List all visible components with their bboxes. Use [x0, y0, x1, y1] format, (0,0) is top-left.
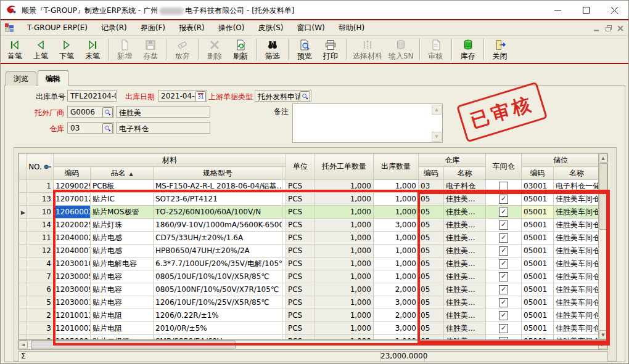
cell-spec[interactable]: SMB/SS56/5A/60V — [154, 335, 282, 341]
header-group-warehouse[interactable]: 仓库 — [419, 154, 486, 167]
cell-indicator[interactable] — [19, 322, 27, 335]
cell-order-qty[interactable]: 1,000 — [315, 257, 374, 270]
cell-spec[interactable]: SOT23-6/PT4121 — [154, 193, 282, 206]
cell-indicator[interactable] — [19, 180, 27, 193]
cell-workshop[interactable]: ✓ — [486, 232, 522, 245]
vertical-scroll-thumb[interactable] — [599, 163, 607, 230]
cell-pname[interactable]: 贴片电阻 — [91, 309, 154, 322]
workshop-checkbox[interactable]: ✓ — [499, 298, 508, 307]
cell-location-code[interactable]: 05001 — [522, 335, 554, 341]
workshop-checkbox[interactable]: ✓ — [499, 220, 508, 230]
cell-location-code[interactable]: 05001 — [522, 296, 554, 309]
cell-code[interactable]: 12030010 — [54, 257, 91, 270]
workshop-checkbox[interactable]: ✓ — [499, 233, 508, 243]
tab-browse[interactable]: 浏览 — [6, 71, 36, 86]
cell-warehouse-code[interactable]: 05 — [419, 283, 444, 296]
cell-warehouse-code[interactable]: 05 — [419, 322, 444, 335]
cell-location-name[interactable]: 佳胜美车间仓 — [554, 335, 600, 341]
workshop-checkbox[interactable]: ✓ — [499, 324, 508, 333]
menu-item-4[interactable]: 操作(O) — [212, 21, 252, 34]
cell-warehouse-code[interactable]: 05 — [419, 270, 444, 283]
header-code[interactable]: 编码 — [54, 167, 91, 180]
cell-unit[interactable]: PCS — [286, 270, 315, 283]
header-loc-code[interactable]: 编码 — [522, 167, 554, 180]
table-horizontal-scrollbar[interactable]: ◄ ► — [18, 340, 608, 350]
cell-indicator[interactable] — [19, 257, 27, 270]
cell-order-qty[interactable]: 1,000 — [315, 245, 374, 257]
cell-spec[interactable]: 1206/0.22R/±1% — [154, 309, 282, 322]
toolbar-button-first[interactable]: 首笔 — [2, 37, 28, 62]
table-row[interactable]: 1312070012贴片ICSOT23-6/PT4121PCS1,0001,00… — [19, 193, 600, 206]
cell-warehouse-code[interactable]: 05 — [419, 296, 444, 309]
remark-textarea[interactable]: ▲ ▼ — [292, 103, 443, 143]
cell-code[interactable]: 12030001 — [54, 296, 91, 309]
cell-pname[interactable]: 贴片二极管 — [91, 335, 154, 341]
cell-location-code[interactable]: 05001 — [522, 322, 554, 335]
horizontal-scroll-thumb[interactable] — [31, 341, 236, 349]
cell-order-qty[interactable]: 1,000 — [315, 232, 374, 245]
menu-item-5[interactable]: 皮肤(S) — [252, 21, 290, 34]
cell-location-code[interactable]: 05001 — [522, 206, 554, 219]
cell-no[interactable]: 10 — [27, 206, 54, 219]
out-date-field[interactable]: 2021-04-15 31 — [158, 90, 207, 102]
cell-unit[interactable]: PCS — [286, 219, 315, 232]
cell-warehouse-name[interactable]: 佳胜美... — [444, 322, 486, 335]
cell-location-name[interactable]: 佳胜美车间仓 — [554, 309, 600, 322]
cell-indicator[interactable]: ▶ — [19, 206, 27, 219]
table-row[interactable]: 312010002贴片电阻2010/0R/±5%PCS1,0003,00005佳… — [19, 322, 600, 335]
cell-warehouse-name[interactable]: 佳胜美... — [444, 193, 486, 206]
cell-pname[interactable]: 贴片MOS极管 — [91, 206, 154, 219]
cell-location-code[interactable]: 05001 — [522, 309, 554, 322]
cell-location-name[interactable]: 佳胜美车间仓 — [554, 232, 600, 245]
header-group-material[interactable]: 材料 — [54, 154, 286, 167]
cell-code[interactable]: 12010002 — [54, 322, 91, 335]
cell-code[interactable]: 12060003 — [54, 206, 91, 219]
cell-out-qty[interactable]: 1,000 — [374, 206, 419, 219]
cell-location-name[interactable]: 佳胜美车间仓 — [554, 206, 600, 219]
cell-workshop[interactable]: ✓ — [486, 219, 522, 232]
upstream-type-field[interactable]: 托外发料申请 — [255, 90, 311, 102]
cell-out-qty[interactable]: 3,000 — [374, 322, 419, 335]
cell-code[interactable]: 12030005 — [54, 270, 91, 283]
scroll-down-icon[interactable]: ▼ — [599, 330, 607, 339]
menu-item-7[interactable]: 帮助(H) — [332, 21, 371, 34]
cell-warehouse-code[interactable]: 05 — [419, 245, 444, 257]
header-pname[interactable]: 品名▲ — [91, 167, 154, 180]
scroll-right-icon[interactable]: ► — [598, 341, 607, 349]
cell-indicator[interactable] — [19, 232, 27, 245]
cell-order-qty[interactable]: 1,000 — [315, 335, 374, 341]
menu-item-1[interactable]: 记录(R) — [94, 21, 134, 34]
cell-no[interactable]: 7 — [27, 270, 54, 283]
cell-location-name[interactable]: 佳胜美车间仓 — [554, 270, 600, 283]
cell-code[interactable]: 12040007 — [54, 245, 91, 257]
cell-no[interactable]: 6 — [27, 283, 54, 296]
header-wh-code[interactable]: 编码 — [419, 167, 444, 180]
cell-spec[interactable]: HPB0650/47UH/±20%/2A — [154, 245, 282, 257]
cell-warehouse-name[interactable]: 佳胜美... — [444, 283, 486, 296]
cell-warehouse-name[interactable]: 佳胜美... — [444, 245, 486, 257]
cell-no[interactable]: 9 — [27, 335, 54, 341]
cell-pname[interactable]: 贴片电容 — [91, 270, 154, 283]
cell-out-qty[interactable]: 1,000 — [374, 193, 419, 206]
cell-code[interactable]: 12030009 — [54, 283, 91, 296]
table-vertical-scrollbar[interactable]: ▲ ▼ — [598, 153, 607, 339]
cell-unit[interactable]: PCS — [286, 245, 315, 257]
cell-warehouse-name[interactable]: 佳胜美... — [444, 335, 486, 341]
cell-location-name[interactable]: 佳胜美车间仓 — [554, 245, 600, 257]
toolbar-button-prev[interactable]: 上笔 — [28, 37, 54, 62]
vendor-lookup-button[interactable] — [102, 107, 113, 118]
cell-workshop[interactable]: ✓ — [486, 322, 522, 335]
cell-pname[interactable]: 贴片电感 — [91, 245, 154, 257]
cell-no[interactable]: 5 — [27, 296, 54, 309]
menu-item-6[interactable]: 窗口(W) — [290, 21, 331, 34]
maximize-button[interactable] — [572, 1, 600, 19]
cell-indicator[interactable] — [19, 193, 27, 206]
cell-unit[interactable]: PCS — [286, 309, 315, 322]
cell-location-code[interactable]: 05001 — [522, 193, 554, 206]
cell-out-qty[interactable]: 3,000 — [374, 296, 419, 309]
cell-indicator[interactable] — [19, 296, 27, 309]
cell-warehouse-name[interactable]: 佳胜美... — [444, 219, 486, 232]
header-no[interactable]: NO. — [27, 154, 54, 180]
workshop-checkbox[interactable]: ✓ — [499, 246, 508, 256]
cell-workshop[interactable]: ✓ — [486, 245, 522, 257]
